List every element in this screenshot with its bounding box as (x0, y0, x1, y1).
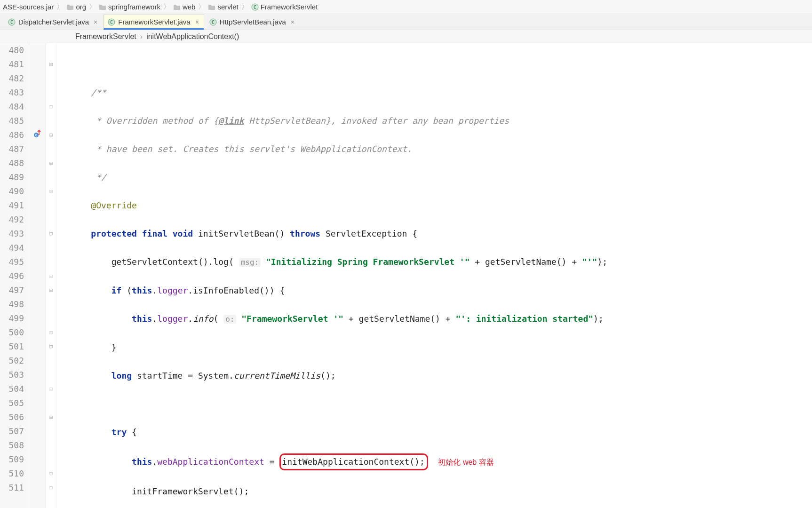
code-line: initFrameworkServlet(); (71, 484, 812, 499)
crumb-class[interactable]: C FrameworkServlet (251, 3, 318, 11)
code-line (71, 57, 812, 71)
fold-close-icon[interactable] (46, 382, 56, 396)
folder-icon (99, 4, 106, 10)
class-icon: C (251, 3, 259, 11)
crumb-web-label: web (183, 3, 196, 11)
code-line: @Override (71, 198, 812, 213)
fold-open-icon[interactable] (46, 340, 56, 354)
fold-open-icon[interactable] (46, 227, 56, 241)
crumb-springframework[interactable]: springframework (99, 3, 160, 11)
code-line: if (this.logger.isInfoEnabled()) { (71, 284, 812, 298)
crumb-servlet-label: servlet (217, 3, 238, 11)
code-line (71, 397, 812, 411)
fold-open-icon[interactable] (46, 128, 56, 142)
svg-text:C: C (254, 5, 256, 10)
tab-framework[interactable]: C FrameworkServlet.java × (103, 15, 204, 30)
code-line: } (71, 341, 812, 355)
close-icon[interactable]: × (94, 18, 97, 26)
code-line: */ (71, 170, 812, 184)
crumb-jar[interactable]: ASE-sources.jar (3, 3, 54, 11)
chevron-right-icon: 〉 (163, 2, 170, 11)
tab-httpservletbean[interactable]: C HttpServletBean.java × (205, 15, 300, 30)
folder-icon (66, 4, 74, 10)
svg-text:o: o (35, 133, 38, 137)
close-icon[interactable]: × (195, 18, 199, 26)
fold-open-icon[interactable] (46, 410, 56, 424)
annotation-right: 初始化 web 容器 (438, 458, 494, 466)
code-line: try { (71, 425, 812, 439)
fold-close-icon[interactable] (46, 100, 56, 114)
override-gutter-icon[interactable]: o (32, 128, 43, 139)
folder-icon (208, 4, 215, 10)
chevron-right-icon: › (140, 32, 143, 41)
crumb-spring-label: springframework (108, 3, 160, 11)
tab-bar: C DispatcherServlet.java × C FrameworkSe… (0, 14, 812, 30)
line-number-gutter: 4804814824834844854864874884894904914924… (0, 43, 29, 508)
close-icon[interactable]: × (291, 18, 295, 26)
chevron-right-icon: 〉 (56, 2, 64, 11)
class-icon: C (8, 18, 16, 26)
fold-open-icon[interactable] (46, 156, 56, 170)
method-path-bar: FrameworkServlet › initWebApplicationCon… (0, 30, 812, 43)
crumb-web[interactable]: web (173, 3, 196, 11)
code-line: this.logger.info( o: "FrameworkServlet '… (71, 312, 812, 326)
highlight-box: initWebApplicationContext(); (279, 453, 428, 470)
tab-dispatcher-label: DispatcherServlet.java (18, 18, 89, 26)
marker-column: o (29, 43, 46, 508)
code-area[interactable]: /** * Overridden method of {@link HttpSe… (56, 43, 812, 508)
tab-httpservletbean-label: HttpServletBean.java (220, 18, 286, 26)
code-line: * Overridden method of {@link HttpServle… (71, 114, 812, 128)
folder-icon (173, 4, 181, 10)
fold-close-icon[interactable] (46, 481, 56, 495)
code-line: long startTime = System.currentTimeMilli… (71, 369, 812, 383)
svg-text:C: C (110, 20, 113, 25)
method-path-method[interactable]: initWebApplicationContext() (146, 32, 239, 41)
method-path-class[interactable]: FrameworkServlet (75, 32, 136, 41)
fold-open-icon[interactable] (46, 283, 56, 297)
svg-text:C: C (10, 20, 13, 25)
breadcrumb-bar: ASE-sources.jar 〉 org 〉 springframework … (0, 0, 812, 14)
code-line: getServletContext().log( msg: "Initializ… (71, 255, 812, 270)
crumb-class-label: FrameworkServlet (261, 3, 318, 11)
code-line: /** (71, 86, 812, 100)
chevron-right-icon: 〉 (241, 2, 248, 11)
fold-column (46, 43, 56, 508)
chevron-right-icon: 〉 (89, 2, 96, 11)
class-icon: C (108, 18, 115, 26)
code-line: * have been set. Creates this servlet's … (71, 142, 812, 156)
svg-text:C: C (212, 20, 215, 25)
code-line: protected final void initServletBean() t… (71, 227, 812, 241)
fold-open-icon[interactable] (46, 57, 56, 71)
fold-close-icon[interactable] (46, 184, 56, 198)
crumb-org[interactable]: org (66, 3, 86, 11)
fold-close-icon[interactable] (46, 269, 56, 283)
crumb-org-label: org (76, 3, 86, 11)
tab-framework-label: FrameworkServlet.java (118, 18, 190, 26)
chevron-right-icon: 〉 (198, 2, 205, 11)
tab-dispatcher[interactable]: C DispatcherServlet.java × (4, 15, 103, 30)
crumb-jar-label: ASE-sources.jar (3, 3, 54, 11)
code-line: this.webApplicationContext = initWebAppl… (71, 453, 812, 470)
class-icon: C (209, 18, 217, 26)
code-editor[interactable]: 4804814824834844854864874884894904914924… (0, 43, 812, 508)
crumb-servlet[interactable]: servlet (208, 3, 238, 11)
fold-close-icon[interactable] (46, 325, 56, 340)
fold-close-icon[interactable] (46, 467, 56, 481)
